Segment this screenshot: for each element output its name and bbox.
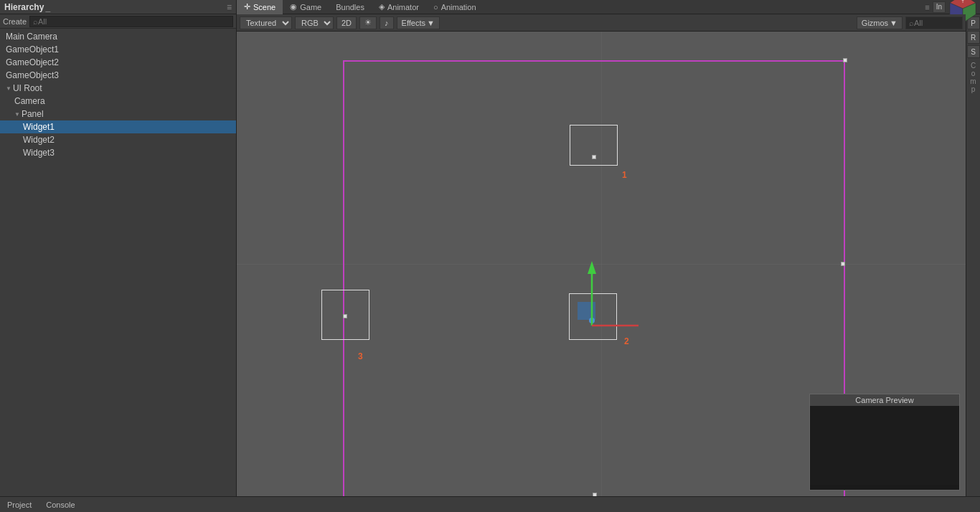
animator-icon: ◈	[379, 2, 385, 11]
camera-preview: Camera Preview	[809, 394, 960, 490]
tab-scene[interactable]: ✛ Scene	[237, 0, 283, 14]
animation-icon: ○	[433, 3, 438, 11]
svg-text:T: T	[961, 0, 963, 4]
app-container: Hierarchy _ ≡ ✛ Scene ◉ Game Bundles ◈ A…	[0, 0, 980, 512]
tree-item-widget2[interactable]: Widget2	[0, 133, 236, 146]
comp-label[interactable]: Comp	[967, 62, 980, 93]
top-menu-icon[interactable]: ≡	[925, 3, 929, 11]
hierarchy-tab-label: Hierarchy	[4, 2, 44, 12]
hierarchy-tree: Main Camera GameObject1 GameObject2 Game…	[0, 29, 236, 496]
effects-dropdown-icon: ▼	[427, 19, 435, 27]
tool-r[interactable]: R	[967, 31, 980, 44]
box3-handle	[343, 314, 347, 318]
gameobject2-label: GameObject2	[6, 57, 59, 67]
scene-icon: ✛	[244, 2, 250, 11]
sunlight-button[interactable]: ☀	[359, 16, 377, 29]
scene-content: 1	[237, 32, 966, 496]
bottom-bar: Project Console	[0, 496, 980, 512]
gizmos-button[interactable]: Gizmos ▼	[857, 16, 903, 29]
handle-right-center	[841, 262, 845, 266]
bottom-tab-project[interactable]: Project	[0, 497, 39, 513]
tab-bundles[interactable]: Bundles	[329, 0, 372, 14]
top-bar: Hierarchy _ ≡ ✛ Scene ◉ Game Bundles ◈ A…	[0, 0, 980, 14]
gizmos-label: Gizmos	[862, 19, 888, 27]
handle-bottom-center	[593, 493, 597, 496]
info-button[interactable]: In	[933, 1, 946, 13]
bottom-tab-console[interactable]: Console	[39, 497, 82, 513]
tree-item-camera[interactable]: Camera	[0, 95, 236, 108]
gameobject3-label: GameObject3	[6, 70, 59, 80]
widget3-label: Widget3	[23, 148, 55, 158]
hierarchy-underscore: _	[45, 2, 50, 12]
panel-arrow: ▼	[14, 111, 20, 118]
create-button[interactable]: Create	[3, 17, 27, 26]
hierarchy-menu-icon[interactable]: ≡	[227, 2, 232, 12]
tree-item-gameobject3[interactable]: GameObject3	[0, 69, 236, 82]
transform-arrows	[552, 232, 639, 347]
tree-item-panel[interactable]: ▼ Panel	[0, 108, 236, 120]
right-panel: P R S Comp	[966, 14, 980, 496]
rgb-select[interactable]: RGB	[295, 16, 334, 29]
gameobject1-label: GameObject1	[6, 44, 59, 54]
scene-search[interactable]	[905, 16, 963, 29]
tree-item-gameobject2[interactable]: GameObject2	[0, 56, 236, 69]
scene-toolbar-right: Gizmos ▼	[857, 16, 963, 29]
tree-item-gameobject1[interactable]: GameObject1	[0, 43, 236, 56]
tab-animator[interactable]: ◈ Animator	[372, 0, 426, 14]
tab-scene-label: Scene	[253, 3, 275, 11]
tab-game-label: Game	[300, 3, 321, 11]
scene-viewport[interactable]: 1	[237, 32, 966, 496]
tree-item-widget3[interactable]: Widget3	[0, 146, 236, 159]
tab-animation-label: Animation	[441, 3, 476, 11]
2d-button[interactable]: 2D	[336, 16, 357, 29]
effects-label: Effects	[402, 19, 425, 27]
handle-top-right	[843, 58, 847, 62]
tree-item-main-camera[interactable]: Main Camera	[0, 30, 236, 43]
main-camera-label: Main Camera	[6, 32, 57, 42]
label-3: 3	[358, 351, 363, 361]
hierarchy-panel: Create Main Camera GameObject1 GameObjec…	[0, 14, 237, 496]
label-1: 1	[622, 170, 627, 180]
svg-marker-6	[588, 261, 596, 274]
hierarchy-subbar: Create	[0, 14, 236, 29]
panel-label: Panel	[22, 109, 44, 119]
ui-root-label: UI Root	[13, 83, 42, 93]
scene-area: Textured RGB 2D ☀ ♪ Effects ▼ Gizmos	[237, 14, 966, 496]
game-icon: ◉	[290, 2, 297, 11]
label-2: 2	[624, 336, 629, 346]
widget2-label: Widget2	[23, 135, 55, 145]
tab-animation[interactable]: ○ Animation	[426, 0, 484, 14]
hierarchy-search[interactable]	[29, 16, 233, 27]
gizmos-dropdown-icon: ▼	[890, 19, 897, 27]
2d-label: 2D	[341, 19, 352, 27]
ui-root-arrow: ▼	[6, 85, 11, 92]
tree-item-widget1[interactable]: Widget1	[0, 120, 236, 133]
effects-button[interactable]: Effects ▼	[397, 16, 440, 29]
main-tabs: ✛ Scene ◉ Game Bundles ◈ Animator ○ Anim…	[237, 0, 922, 14]
camera-preview-content	[810, 406, 959, 485]
tab-game[interactable]: ◉ Game	[283, 0, 329, 14]
tab-animator-label: Animator	[387, 3, 419, 11]
tab-bundles-label: Bundles	[336, 3, 364, 11]
scene-box-1[interactable]	[570, 125, 618, 166]
textured-select[interactable]: Textured	[240, 16, 292, 29]
camera-label: Camera	[14, 96, 45, 106]
tree-item-ui-root[interactable]: ▼ UI Root	[0, 82, 236, 95]
camera-preview-title: Camera Preview	[810, 394, 959, 406]
scene-toolbar: Textured RGB 2D ☀ ♪ Effects ▼ Gizmos	[237, 14, 966, 32]
main-content: Create Main Camera GameObject1 GameObjec…	[0, 14, 980, 496]
audio-button[interactable]: ♪	[380, 16, 394, 29]
box1-handle	[592, 155, 596, 159]
widget1-label: Widget1	[23, 122, 55, 132]
tool-s[interactable]: S	[967, 45, 980, 58]
